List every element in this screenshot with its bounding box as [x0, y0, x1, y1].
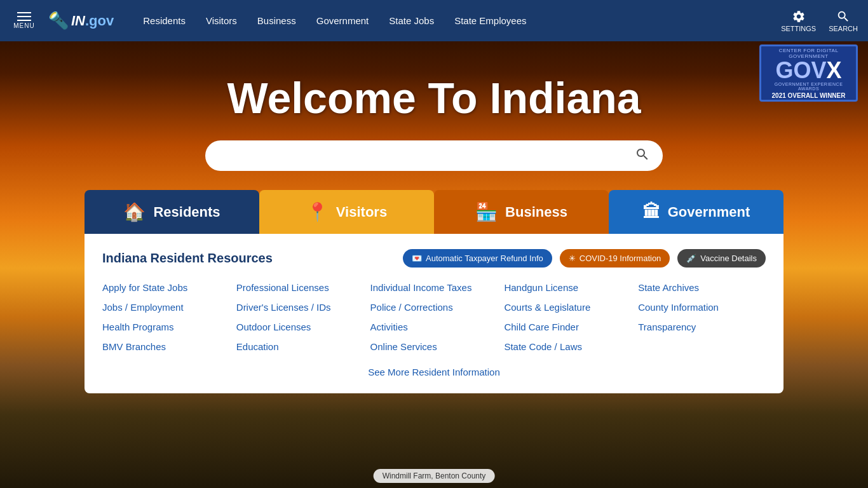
link-activities[interactable]: Activities: [370, 318, 498, 336]
covid-badge[interactable]: ✳ COVID-19 Information: [560, 249, 670, 268]
govx-award-badge: CENTER FOR DIGITAL GOVERNMENT GOVX GOVER…: [759, 44, 858, 102]
link-individual-income-taxes[interactable]: Individual Income Taxes: [370, 279, 498, 296]
tab-visitors-label: Visitors: [336, 204, 387, 220]
site-logo[interactable]: 🔦 IN.gov: [48, 11, 114, 30]
govx-sub-text: GOVERNMENT EXPERIENCE AWARDS: [765, 82, 852, 91]
page-content: Welcome To Indiana 🏠 Residents 📍 Visitor…: [0, 41, 868, 393]
covid-icon: ✳: [569, 254, 576, 263]
tab-residents-label: Residents: [153, 204, 220, 220]
nav-state-employees[interactable]: State Employees: [445, 10, 535, 31]
search-bar: [205, 140, 663, 171]
business-icon: 🏪: [475, 201, 498, 222]
email-icon: 💌: [412, 254, 422, 263]
empty-cell: [638, 338, 766, 355]
link-drivers-licenses[interactable]: Driver's Licenses / IDs: [236, 299, 364, 316]
header-actions: SETTINGS SEARCH: [781, 10, 858, 32]
tab-business-label: Business: [505, 204, 567, 220]
search-submit-icon: [635, 147, 650, 162]
link-state-archives[interactable]: State Archives: [638, 279, 766, 296]
link-outdoor-licenses[interactable]: Outdoor Licenses: [236, 318, 364, 336]
residents-icon: 🏠: [123, 201, 146, 222]
link-transparency[interactable]: Transparency: [638, 318, 766, 336]
covid-label: COVID-19 Information: [580, 254, 661, 263]
govx-main-logo: GOVX: [775, 59, 841, 82]
link-child-care-finder[interactable]: Child Care Finder: [504, 318, 632, 336]
location-badge: Windmill Farm, Benton County: [374, 469, 495, 483]
page-title: Welcome To Indiana: [227, 73, 641, 123]
tab-government[interactable]: 🏛 Government: [609, 190, 783, 234]
nav-visitors[interactable]: Visitors: [197, 10, 246, 31]
settings-label: SETTINGS: [781, 25, 816, 32]
panel-title: Indiana Resident Resources: [102, 251, 395, 266]
search-label: SEARCH: [829, 25, 858, 32]
category-tabs: 🏠 Residents 📍 Visitors 🏪 Business 🏛 Gove…: [85, 190, 783, 234]
menu-label: MENU: [13, 22, 34, 29]
see-more-link[interactable]: See More Resident Information: [368, 367, 500, 377]
taxpayer-refund-label: Automatic Taxpayer Refund Info: [426, 254, 543, 263]
nav-residents[interactable]: Residents: [134, 10, 194, 31]
taxpayer-refund-badge[interactable]: 💌 Automatic Taxpayer Refund Info: [403, 249, 552, 268]
link-jobs-employment[interactable]: Jobs / Employment: [102, 299, 230, 316]
header-search-button[interactable]: SEARCH: [829, 10, 858, 32]
see-more-section: See More Resident Information: [102, 367, 766, 378]
govx-year-text: 2021 OVERALL WINNER: [772, 92, 846, 99]
vaccine-label: Vaccine Details: [700, 254, 757, 263]
search-submit-button[interactable]: [635, 147, 650, 165]
logo-text: IN.gov: [71, 13, 114, 29]
vaccine-badge[interactable]: 💉 Vaccine Details: [677, 249, 766, 268]
link-health-programs[interactable]: Health Programs: [102, 318, 230, 336]
link-online-services[interactable]: Online Services: [370, 338, 498, 355]
nav-business[interactable]: Business: [248, 10, 305, 31]
torch-icon: 🔦: [48, 11, 69, 30]
nav-government[interactable]: Government: [308, 10, 378, 31]
resident-links-grid: Apply for State Jobs Professional Licens…: [102, 279, 766, 355]
tab-government-label: Government: [668, 204, 750, 220]
link-courts-legislature[interactable]: Courts & Legislature: [504, 299, 632, 316]
search-icon: [836, 10, 850, 24]
government-icon: 🏛: [642, 201, 660, 222]
link-professional-licenses[interactable]: Professional Licenses: [236, 279, 364, 296]
tab-business[interactable]: 🏪 Business: [434, 190, 609, 234]
link-handgun-license[interactable]: Handgun License: [504, 279, 632, 296]
search-input[interactable]: [218, 149, 635, 163]
nav-state-jobs[interactable]: State Jobs: [380, 10, 443, 31]
vaccine-icon: 💉: [686, 254, 696, 263]
gear-icon: [792, 10, 806, 24]
link-state-code-laws[interactable]: State Code / Laws: [504, 338, 632, 355]
tab-visitors[interactable]: 📍 Visitors: [259, 190, 434, 234]
link-bmv-branches[interactable]: BMV Branches: [102, 338, 230, 355]
hamburger-icon: [17, 12, 31, 21]
tab-residents[interactable]: 🏠 Residents: [85, 190, 259, 234]
link-police-corrections[interactable]: Police / Corrections: [370, 299, 498, 316]
menu-button[interactable]: MENU: [10, 12, 38, 29]
main-nav: Residents Visitors Business Government S…: [134, 10, 781, 31]
residents-panel: Indiana Resident Resources 💌 Automatic T…: [85, 234, 783, 393]
panel-header: Indiana Resident Resources 💌 Automatic T…: [102, 249, 766, 268]
site-header: MENU 🔦 IN.gov Residents Visitors Busines…: [0, 0, 868, 41]
visitors-icon: 📍: [306, 201, 329, 222]
link-county-information[interactable]: County Information: [638, 299, 766, 316]
link-education[interactable]: Education: [236, 338, 364, 355]
settings-button[interactable]: SETTINGS: [781, 10, 816, 32]
link-apply-state-jobs[interactable]: Apply for State Jobs: [102, 279, 230, 296]
